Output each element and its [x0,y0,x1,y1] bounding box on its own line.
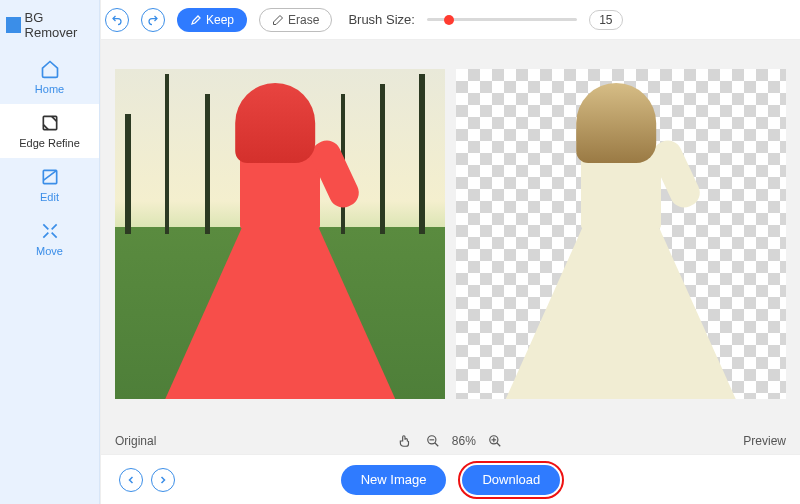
erase-label: Erase [288,13,319,27]
selection-overlay [150,109,410,399]
undo-icon [111,14,123,26]
redo-icon [147,14,159,26]
original-label: Original [115,434,156,448]
zoom-in-button[interactable] [486,432,504,450]
move-icon [40,221,60,241]
sidebar-item-label: Home [35,83,64,95]
footer: New Image Download [101,454,800,504]
zoom-value: 86% [452,434,476,448]
download-button[interactable]: Download [462,465,560,495]
sidebar-item-label: Move [36,245,63,257]
keep-button[interactable]: Keep [177,8,247,32]
zoom-out-icon [426,434,440,448]
sidebar-item-move[interactable]: Move [0,212,99,266]
brush-keep-icon [190,14,202,26]
preview-pane [452,50,791,418]
app-title: BG Remover [0,0,99,50]
app-title-text: BG Remover [25,10,93,40]
chevron-right-icon [157,474,169,486]
keep-label: Keep [206,13,234,27]
original-pane [111,50,450,418]
sidebar-item-edge-refine[interactable]: Edge Refine [0,104,99,158]
hand-icon [398,434,412,448]
sidebar-item-home[interactable]: Home [0,50,99,104]
home-icon [40,59,60,79]
edge-refine-icon [40,113,60,133]
erase-button[interactable]: Erase [259,8,332,32]
new-image-button[interactable]: New Image [341,465,447,495]
sidebar: BG Remover Home Edge Refine Edit Move [0,0,100,504]
svg-line-4 [435,443,439,447]
pan-button[interactable] [396,432,414,450]
undo-button[interactable] [105,8,129,32]
chevron-left-icon [125,474,137,486]
original-canvas[interactable] [115,69,445,399]
preview-label: Preview [743,434,786,448]
brush-size-value: 15 [589,10,623,30]
brush-size-label: Brush Size: [348,12,414,27]
zoom-in-icon [488,434,502,448]
sidebar-item-edit[interactable]: Edit [0,158,99,212]
app-logo-icon [6,17,21,33]
preview-canvas[interactable] [456,69,786,399]
edit-icon [40,167,60,187]
prev-button[interactable] [119,468,143,492]
cutout-result [491,109,751,399]
workspace: Original 86% Preview [101,40,800,454]
svg-line-8 [497,443,501,447]
sidebar-item-label: Edge Refine [19,137,80,149]
main-area: Keep Erase Brush Size: 15 [100,0,800,504]
status-bar: Original 86% Preview [101,428,800,454]
slider-thumb[interactable] [444,15,454,25]
sidebar-item-label: Edit [40,191,59,203]
next-button[interactable] [151,468,175,492]
toolbar: Keep Erase Brush Size: 15 [101,0,800,40]
zoom-out-button[interactable] [424,432,442,450]
eraser-icon [272,14,284,26]
redo-button[interactable] [141,8,165,32]
brush-size-slider[interactable] [427,10,577,30]
